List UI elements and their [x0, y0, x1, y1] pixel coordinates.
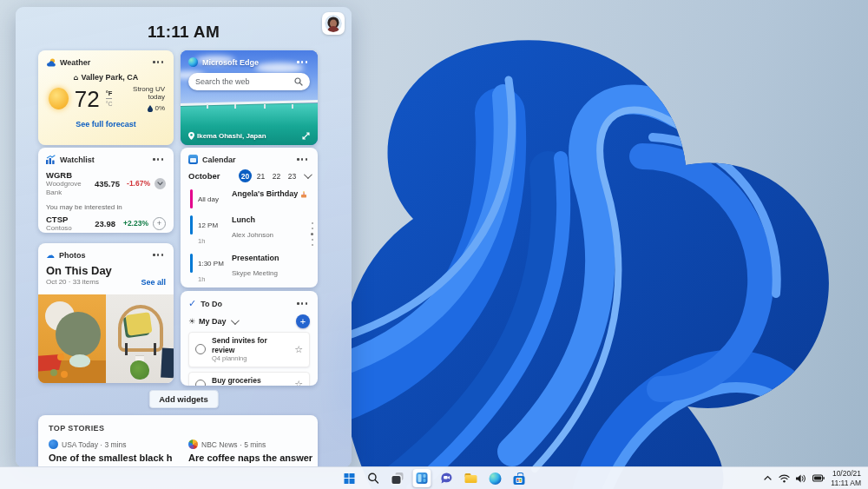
calendar-scroll-indicator[interactable]	[311, 222, 313, 246]
chat-button[interactable]	[437, 469, 456, 487]
calendar-event[interactable]: All day Angela's Birthday	[190, 189, 310, 208]
add-widgets-button[interactable]: Add widgets	[148, 390, 218, 408]
calendar-chevron-down-icon[interactable]	[304, 170, 312, 179]
calendar-icon	[188, 155, 198, 164]
stock-row[interactable]: CTSP Contoso 23.98 +2.23% +	[46, 215, 166, 233]
file-explorer-button[interactable]	[462, 469, 480, 487]
taskbar: 10/20/21 11:11 AM	[0, 466, 868, 489]
watchlist-widget[interactable]: Watchlist WGRB Woodgrove Bank 435.75 -1.…	[38, 148, 174, 233]
calendar-date-21[interactable]: 21	[254, 169, 267, 182]
photos-widget[interactable]: ☁ Photos On This Day Oct 20 · 33 items S…	[38, 243, 174, 383]
stock-symbol: CTSP	[46, 215, 72, 224]
weather-location: Valley Park, CA	[82, 73, 139, 82]
unit-fahrenheit[interactable]: °F	[106, 90, 113, 100]
edge-browser-button[interactable]	[486, 469, 504, 487]
stock-company: Woodgrove Bank	[46, 180, 95, 196]
stock-change: +2.23%	[119, 219, 148, 228]
start-button[interactable]	[340, 469, 358, 487]
news-story[interactable]: NBC News · 5 mins Are coffee naps the an…	[188, 439, 312, 463]
calendar-widget[interactable]: Calendar October 20 21 22 23 All day Ang…	[181, 148, 318, 287]
plus-icon: +	[157, 220, 161, 228]
home-icon: ⌂	[74, 74, 79, 82]
task-complete-circle[interactable]	[195, 380, 206, 386]
weather-widget[interactable]: Weather ⌂ Valley Park, CA 72 °F °C Stron…	[38, 50, 174, 145]
expand-icon[interactable]	[302, 132, 310, 140]
todo-list-name: My Day	[199, 317, 227, 326]
calendar-event[interactable]: 1:30 PM 1h Presentation Skype Meeting	[190, 254, 310, 285]
widgets-button[interactable]	[413, 469, 431, 487]
tray-chevron-up-icon[interactable]	[763, 474, 773, 482]
store-icon	[514, 472, 525, 485]
todo-widget[interactable]: ✓ To Do ☀ My Day + Send invites for revi…	[181, 291, 318, 386]
wifi-icon[interactable]	[779, 474, 790, 483]
microsoft-store-button[interactable]	[510, 469, 529, 487]
see-all-link[interactable]: See all	[141, 278, 166, 287]
story-headline[interactable]: Are coffee naps the answer to your	[188, 453, 312, 463]
watchlist-title: Watchlist	[60, 155, 95, 164]
photos-more-options-icon[interactable]	[150, 251, 166, 258]
droplet-icon	[148, 105, 153, 112]
weather-title: Weather	[60, 58, 90, 67]
watchlist-icon	[46, 155, 56, 164]
tray-clock[interactable]: 10/20/21 11:11 AM	[831, 469, 861, 487]
volume-icon[interactable]	[796, 474, 806, 483]
weather-more-options-icon[interactable]	[150, 58, 166, 65]
battery-icon[interactable]	[812, 474, 825, 482]
event-duration: 1h	[198, 237, 205, 245]
edge-widget[interactable]: Microsoft Edge Search the web Ikema Ohas…	[181, 50, 318, 145]
edge-search-input[interactable]: Search the web	[188, 73, 310, 90]
see-full-forecast-link[interactable]: See full forecast	[38, 120, 174, 129]
story-headline[interactable]: One of the smallest black holes — and	[49, 453, 173, 463]
task-view-button[interactable]	[389, 469, 407, 487]
edge-photo-caption: Ikema Ohashi, Japan	[197, 132, 266, 140]
todo-title: To Do	[201, 300, 222, 308]
panel-clock: 11:11 AM	[16, 23, 352, 42]
chat-icon	[440, 472, 452, 484]
file-explorer-icon	[464, 473, 477, 483]
temperature-unit-toggle[interactable]: °F °C	[106, 90, 113, 108]
calendar-more-options-icon[interactable]	[294, 155, 310, 162]
my-day-selector[interactable]: ☀ My Day	[188, 317, 237, 326]
top-stories-card: TOP STORIES USA Today · 3 mins One of th…	[38, 415, 318, 467]
weather-location-row: ⌂ Valley Park, CA	[38, 73, 174, 82]
photo-thumbnail[interactable]	[38, 294, 106, 383]
task-complete-circle[interactable]	[195, 344, 206, 354]
event-time: 12 PM	[198, 221, 218, 229]
unit-celsius[interactable]: °C	[106, 99, 113, 107]
stock-row[interactable]: WGRB Woodgrove Bank 435.75 -1.67%	[46, 170, 166, 197]
weather-icon	[46, 57, 56, 67]
edge-logo-icon	[188, 57, 198, 67]
event-title: Angela's Birthday	[232, 189, 298, 199]
stock-price: 435.75	[95, 179, 120, 188]
user-avatar[interactable]	[322, 12, 345, 35]
watchlist-more-options-icon[interactable]	[150, 155, 166, 162]
top-stories-header: TOP STORIES	[49, 424, 307, 433]
task-item[interactable]: Send invites for review Q4 planning ☆	[188, 332, 310, 367]
task-list-label: Q4 planning	[212, 354, 288, 362]
edge-more-options-icon[interactable]	[294, 58, 310, 65]
stock-symbol: WGRB	[46, 170, 95, 180]
star-icon[interactable]: ☆	[294, 344, 303, 355]
sun-outline-icon: ☀	[188, 317, 195, 326]
todo-more-options-icon[interactable]	[294, 300, 310, 307]
calendar-date-23[interactable]: 23	[286, 169, 299, 182]
calendar-date-20[interactable]: 20	[239, 169, 252, 182]
news-story[interactable]: USA Today · 3 mins One of the smallest b…	[49, 439, 173, 463]
weather-condition: Strong UV today	[119, 85, 165, 101]
add-task-button[interactable]: +	[296, 314, 310, 328]
add-stock-button[interactable]: +	[153, 217, 166, 230]
search-button[interactable]	[365, 469, 383, 487]
todo-icon: ✓	[188, 298, 196, 309]
edge-search-placeholder: Search the web	[195, 77, 250, 86]
task-item[interactable]: Buy groceries Tasks ☆	[188, 372, 310, 386]
event-time: All day	[198, 195, 219, 203]
photo-thumbnail[interactable]	[106, 294, 174, 383]
cloud-icon: ☁	[46, 250, 55, 260]
task-view-icon	[392, 472, 404, 484]
star-icon[interactable]: ☆	[294, 379, 303, 386]
calendar-date-22[interactable]: 22	[270, 169, 283, 182]
task-list-label: Tasks	[212, 385, 261, 386]
calendar-event[interactable]: 12 PM 1h Lunch Alex Johnson	[190, 215, 310, 247]
photos-heading: On This Day	[46, 264, 112, 277]
stock-expand-button[interactable]	[155, 178, 166, 189]
